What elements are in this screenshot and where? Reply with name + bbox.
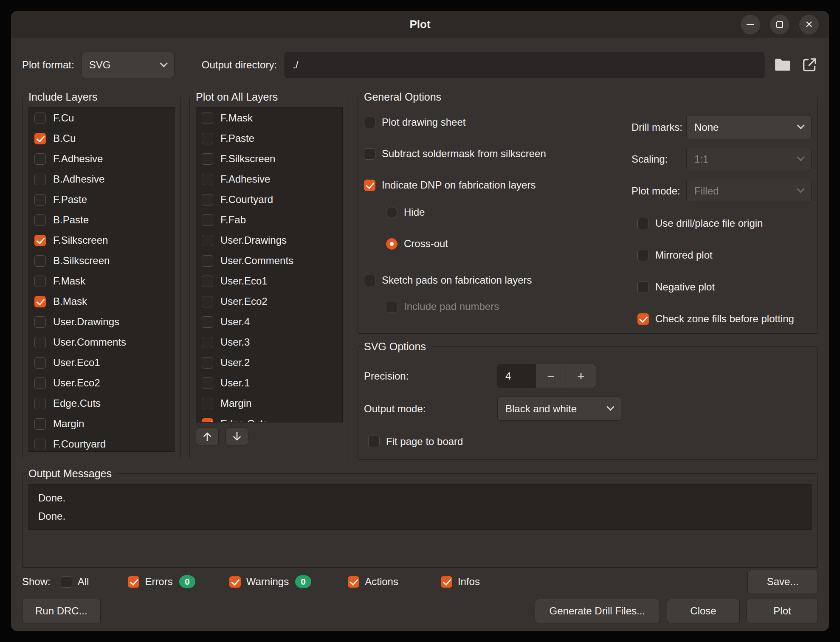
plot-all-layer-row[interactable]: F.Silkscreen — [196, 149, 342, 169]
filter-infos-checkbox[interactable] — [441, 576, 452, 588]
precision-decrement-button[interactable]: − — [536, 364, 566, 388]
negative-plot-option[interactable]: Negative plot — [631, 280, 812, 294]
precision-value[interactable]: 4 — [498, 364, 536, 388]
mirrored-plot-option[interactable]: Mirrored plot — [631, 248, 812, 262]
plot-all-layer-row[interactable]: Margin — [196, 393, 342, 414]
filter-all-option[interactable]: All — [61, 576, 89, 588]
layer-checkbox[interactable] — [34, 153, 46, 165]
include-layer-row[interactable]: B.Adhesive — [29, 169, 174, 189]
plot-all-layer-row[interactable]: User.4 — [196, 312, 342, 332]
plot-on-all-layers-list[interactable]: F.Mask F.Paste F.Silkscreen — [196, 107, 343, 422]
check-zone-fills-checkbox[interactable] — [637, 313, 649, 325]
include-pad-numbers-option[interactable]: Include pad numbers — [364, 299, 631, 314]
layer-checkbox[interactable] — [202, 337, 213, 348]
sketch-pads-option[interactable]: Sketch pads on fabrication layers — [364, 273, 631, 287]
layer-checkbox[interactable] — [34, 377, 46, 389]
output-mode-select[interactable]: Black and white — [497, 397, 621, 421]
output-messages-log[interactable]: Done. Done. — [28, 484, 812, 530]
plot-drawing-sheet-option[interactable]: Plot drawing sheet — [364, 115, 631, 130]
include-layer-row[interactable]: F.Silkscreen — [29, 230, 174, 251]
layer-checkbox[interactable] — [202, 377, 213, 389]
precision-increment-button[interactable]: + — [566, 364, 596, 388]
generate-drill-files-button[interactable]: Generate Drill Files... — [535, 599, 660, 623]
filter-errors-option[interactable]: Errors 0 — [128, 575, 195, 588]
indicate-dnp-option[interactable]: Indicate DNP on fabrication layers — [364, 178, 631, 192]
save-button[interactable]: Save... — [747, 570, 818, 594]
plot-all-layer-row[interactable]: F.Mask — [196, 108, 342, 128]
layer-checkbox[interactable] — [202, 398, 213, 409]
run-drc-button[interactable]: Run DRC... — [22, 599, 101, 623]
dnp-hide-option[interactable]: Hide — [364, 205, 631, 220]
move-layer-down-button[interactable] — [226, 428, 248, 445]
plot-all-layer-row[interactable]: F.Fab — [196, 210, 342, 230]
plot-button[interactable]: Plot — [747, 599, 818, 623]
layer-checkbox[interactable] — [202, 357, 213, 369]
include-layer-row[interactable]: B.Cu — [29, 128, 174, 149]
layer-checkbox[interactable] — [34, 439, 46, 450]
include-layer-row[interactable]: F.Courtyard — [29, 434, 174, 452]
include-layer-row[interactable]: Edge.Cuts — [29, 393, 174, 414]
minimize-button[interactable] — [741, 15, 760, 34]
layer-checkbox[interactable] — [34, 398, 46, 409]
filter-errors-checkbox[interactable] — [128, 576, 139, 588]
plot-mode-select[interactable]: Filled — [686, 179, 812, 203]
layer-checkbox[interactable] — [202, 418, 213, 423]
close-dialog-button[interactable]: Close — [667, 599, 740, 623]
layer-checkbox[interactable] — [34, 174, 46, 185]
layer-checkbox[interactable] — [202, 316, 213, 328]
filter-actions-option[interactable]: Actions — [348, 576, 398, 588]
mirrored-plot-checkbox[interactable] — [637, 250, 649, 261]
subtract-soldermask-checkbox[interactable] — [364, 148, 375, 160]
include-layer-row[interactable]: B.Mask — [29, 291, 174, 312]
layer-checkbox[interactable] — [34, 357, 46, 369]
layer-checkbox[interactable] — [202, 153, 213, 165]
output-directory-input[interactable]: ./ — [285, 52, 764, 78]
layer-checkbox[interactable] — [34, 214, 46, 226]
layer-checkbox[interactable] — [34, 194, 46, 206]
dnp-crossout-radio[interactable] — [386, 238, 397, 250]
include-layer-row[interactable]: F.Adhesive — [29, 149, 174, 169]
plot-all-layer-row[interactable]: User.1 — [196, 373, 342, 393]
layer-checkbox[interactable] — [202, 174, 213, 185]
plot-all-layer-row[interactable]: User.Comments — [196, 251, 342, 271]
include-layer-row[interactable]: User.Comments — [29, 332, 174, 352]
layer-checkbox[interactable] — [34, 316, 46, 328]
plot-all-layer-row[interactable]: User.Drawings — [196, 230, 342, 251]
scaling-select[interactable]: 1:1 — [686, 147, 812, 171]
sketch-pads-checkbox[interactable] — [364, 275, 375, 286]
subtract-soldermask-option[interactable]: Subtract soldermask from silkscreen — [364, 146, 631, 161]
filter-warnings-checkbox[interactable] — [229, 576, 241, 588]
include-layers-list[interactable]: F.Cu B.Cu F.Adhesive — [28, 107, 175, 452]
maximize-button[interactable] — [770, 15, 789, 34]
plot-all-layer-row[interactable]: User.Eco2 — [196, 291, 342, 312]
plot-all-layer-row[interactable]: F.Paste — [196, 128, 342, 149]
layer-checkbox[interactable] — [202, 194, 213, 206]
layer-checkbox[interactable] — [34, 276, 46, 287]
plot-drawing-sheet-checkbox[interactable] — [364, 117, 375, 128]
layer-checkbox[interactable] — [34, 418, 46, 430]
layer-checkbox[interactable] — [202, 133, 213, 144]
layer-checkbox[interactable] — [202, 296, 213, 307]
check-zone-fills-option[interactable]: Check zone fills before plotting — [631, 312, 812, 326]
close-button[interactable]: × — [799, 15, 819, 34]
browse-folder-button[interactable] — [774, 58, 792, 72]
layer-checkbox[interactable] — [34, 113, 46, 124]
layer-checkbox[interactable] — [202, 113, 213, 124]
dnp-hide-radio[interactable] — [386, 207, 397, 218]
layer-checkbox[interactable] — [202, 214, 213, 226]
include-layer-row[interactable]: Margin — [29, 414, 174, 434]
layer-checkbox[interactable] — [34, 255, 46, 267]
include-layer-row[interactable]: User.Drawings — [29, 312, 174, 332]
include-layer-row[interactable]: User.Eco1 — [29, 352, 174, 373]
negative-plot-checkbox[interactable] — [637, 282, 649, 293]
move-layer-up-button[interactable] — [196, 428, 219, 445]
indicate-dnp-checkbox[interactable] — [364, 180, 375, 191]
filter-infos-option[interactable]: Infos — [441, 576, 480, 588]
layer-checkbox[interactable] — [34, 337, 46, 348]
plot-all-layer-row[interactable]: User.2 — [196, 352, 342, 373]
include-layer-row[interactable]: B.Silkscreen — [29, 251, 174, 271]
include-pad-numbers-checkbox[interactable] — [386, 301, 397, 313]
drill-marks-select[interactable]: None — [686, 115, 812, 139]
include-layer-row[interactable]: F.Paste — [29, 189, 174, 210]
layer-checkbox[interactable] — [202, 235, 213, 246]
